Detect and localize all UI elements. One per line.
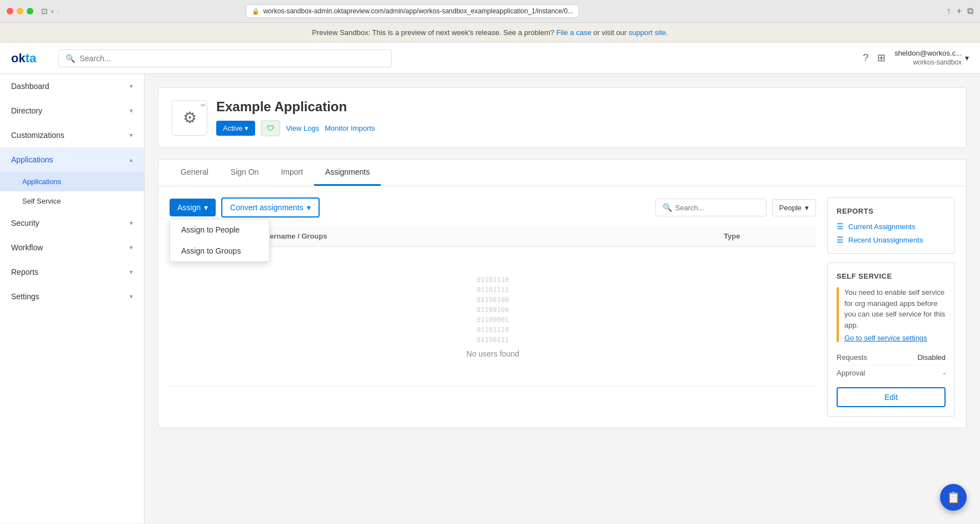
requests-row: Requests Disabled <box>837 350 946 365</box>
sidebar-sub-item-applications[interactable]: Applications <box>0 172 144 191</box>
sidebar-item-applications[interactable]: Applications ▴ <box>0 147 144 172</box>
file-a-case-link[interactable]: File a case <box>556 28 591 37</box>
chevron-down-icon: ▾ <box>130 244 133 251</box>
new-tab-icon[interactable]: + <box>957 6 962 16</box>
monitor-imports-button[interactable]: Monitor Imports <box>325 124 375 132</box>
preview-banner: Preview Sandbox: This is a preview of ne… <box>0 23 980 43</box>
top-nav: okta 🔍 ? ⊞ sheldon@workos.c... workos-sa… <box>0 43 980 74</box>
reports-title: REPORTS <box>837 207 946 215</box>
search-bar[interactable]: 🔍 <box>58 50 392 67</box>
chevron-down-icon: ▾ <box>130 82 133 90</box>
self-service-settings-link[interactable]: Go to self service settings <box>844 334 946 342</box>
search-filter: 🔍 People ▾ <box>655 199 816 216</box>
split-view-icon[interactable]: ⧉ <box>967 6 973 16</box>
report-icon: ☰ <box>837 222 844 231</box>
chevron-down-icon: ▾ <box>130 219 133 227</box>
chevron-down-icon: ▾ <box>805 204 809 212</box>
yellow-bar <box>837 287 839 342</box>
sidebar-item-customizations[interactable]: Customizations ▾ <box>0 123 144 147</box>
minimize-dot[interactable] <box>17 8 23 14</box>
clipboard-icon: 📋 <box>947 491 961 504</box>
sidebar-sub-applications: Applications Self Service <box>0 172 144 211</box>
app-info: Example Application Active ▾ 🛡 View Logs… <box>216 99 953 136</box>
url-text: workos-sandbox-admin.oktapreview.com/adm… <box>263 7 573 15</box>
active-status-button[interactable]: Active ▾ <box>216 121 255 136</box>
sidebar-label: Workflow <box>11 243 43 252</box>
support-site-link[interactable]: support site <box>629 28 666 37</box>
current-assignments-label: Current Assignments <box>848 223 916 231</box>
assignments-search[interactable]: 🔍 <box>655 199 767 216</box>
close-dot[interactable] <box>7 8 13 14</box>
sidebar: Dashboard ▾ Directory ▾ Customizations ▾… <box>0 74 145 523</box>
chevron-down-icon: ▾ <box>130 268 133 276</box>
help-icon[interactable]: ? <box>863 52 868 64</box>
tab-assignments[interactable]: Assignments <box>314 160 381 186</box>
sidebar-item-workflow[interactable]: Workflow ▾ <box>0 235 144 260</box>
self-service-card: SELF SERVICE You need to enable self ser… <box>827 263 955 417</box>
sidebar-item-dashboard[interactable]: Dashboard ▾ <box>0 74 144 98</box>
nav-right: ? ⊞ sheldon@workos.c... workos-sandbox ▾ <box>863 49 969 67</box>
service-meta: Requests Disabled Approval - <box>837 350 946 380</box>
no-users-state: 01101110 01101111 01100100 01100100 0110… <box>176 253 809 380</box>
chevron-down-icon: ▾ <box>130 293 133 300</box>
fullscreen-dot[interactable] <box>27 8 33 14</box>
convert-assignments-button[interactable]: Convert assignments ▾ <box>221 197 320 217</box>
user-info[interactable]: sheldon@workos.c... workos-sandbox ▾ <box>894 49 969 67</box>
search-input[interactable] <box>79 54 385 63</box>
sidebar-item-security[interactable]: Security ▾ <box>0 211 144 235</box>
self-service-description: You need to enable self service for org … <box>844 288 945 329</box>
search-input-field[interactable] <box>675 204 759 212</box>
reports-sidebar: REPORTS ☰ Current Assignments ☰ Recent U… <box>827 197 955 417</box>
toolbar: Assign ▾ Assign to People Assign to Grou… <box>170 197 816 217</box>
sidebar-sub-item-self-service[interactable]: Self Service <box>0 191 144 211</box>
app-actions: Active ▾ 🛡 View Logs Monitor Imports <box>216 120 953 136</box>
chevron-left-icon[interactable]: ‹ <box>51 7 54 16</box>
tab-sign-on[interactable]: Sign On <box>220 160 270 186</box>
recent-unassignments-label: Recent Unassignments <box>848 236 923 244</box>
content-area: ⚙ ✏ Example Application Active ▾ 🛡 View … <box>145 74 980 523</box>
recent-unassignments-link[interactable]: ☰ Recent Unassignments <box>837 235 946 244</box>
chevron-down-icon: ▾ <box>204 203 208 212</box>
col-type: Type <box>717 226 816 246</box>
sidebar-item-directory[interactable]: Directory ▾ <box>0 98 144 123</box>
assignments-main: Assign ▾ Assign to People Assign to Grou… <box>170 197 816 417</box>
lock-icon: 🔒 <box>252 8 260 15</box>
sidebar-item-reports[interactable]: Reports ▾ <box>0 260 144 284</box>
edit-button[interactable]: Edit <box>837 387 946 407</box>
grid-icon[interactable]: ⊞ <box>877 52 886 64</box>
assign-dropdown-wrapper: Assign ▾ Assign to People Assign to Grou… <box>170 199 216 216</box>
sidebar-label: Customizations <box>11 131 64 140</box>
no-users-cell: 01101110 01101111 01100100 01100100 0110… <box>170 246 816 387</box>
share-icon[interactable]: ↑ <box>947 6 951 16</box>
window-controls: ⊡ ‹ › <box>41 7 59 16</box>
browser-actions: ↑ + ⧉ <box>947 6 973 16</box>
dropdown-item-assign-groups[interactable]: Assign to Groups <box>170 240 269 261</box>
sidebar-item-settings[interactable]: Settings ▾ <box>0 284 144 309</box>
tab-general[interactable]: General <box>170 160 220 186</box>
tabs: General Sign On Import Assignments <box>158 159 967 186</box>
search-icon: 🔍 <box>66 54 75 63</box>
assign-dropdown-menu: Assign to People Assign to Groups <box>170 219 270 262</box>
main-content: Dashboard ▾ Directory ▾ Customizations ▾… <box>0 74 980 523</box>
self-service-title: SELF SERVICE <box>837 272 946 280</box>
self-service-body: You need to enable self service for org … <box>837 287 946 342</box>
assign-button[interactable]: Assign ▾ <box>170 199 216 216</box>
approval-value: - <box>943 369 946 377</box>
floating-action-button[interactable]: 📋 <box>940 484 967 511</box>
chevron-down-icon: ▾ <box>965 53 969 62</box>
dropdown-item-assign-people[interactable]: Assign to People <box>170 219 269 240</box>
current-assignments-link[interactable]: ☰ Current Assignments <box>837 222 946 231</box>
view-logs-button[interactable]: View Logs <box>286 124 319 132</box>
address-bar[interactable]: 🔒 workos-sandbox-admin.oktapreview.com/a… <box>246 4 579 18</box>
report-icon: ☰ <box>837 235 844 244</box>
tab-import[interactable]: Import <box>270 160 314 186</box>
sidebar-label: Directory <box>11 106 42 115</box>
chevron-down-icon: ▾ <box>130 131 133 139</box>
panel-content: Assign ▾ Assign to People Assign to Grou… <box>158 186 967 428</box>
people-filter-button[interactable]: People ▾ <box>772 199 816 216</box>
edit-icon[interactable]: ✏ <box>201 102 206 109</box>
requests-value: Disabled <box>917 353 946 362</box>
app-icon-button[interactable]: 🛡 <box>261 120 280 136</box>
search-icon: 🔍 <box>663 203 672 212</box>
sidebar-toggle-icon[interactable]: ⊡ <box>41 7 48 16</box>
